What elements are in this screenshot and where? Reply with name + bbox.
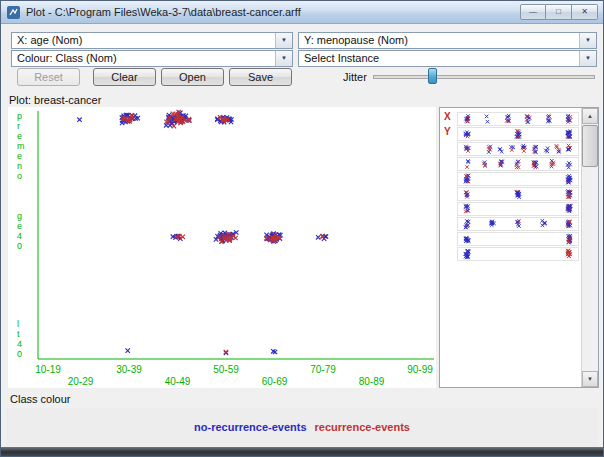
jitter-slider-track[interactable] (373, 75, 595, 79)
y-attribute-select[interactable]: Y: menopause (Nom) ▼ (298, 32, 597, 49)
attribute-strip-row (440, 247, 580, 259)
class-colour-label: Class colour (10, 393, 71, 405)
y-axis-label-char: e (17, 151, 22, 161)
attribute-strip[interactable] (457, 187, 579, 201)
jitter-slider-thumb[interactable] (428, 68, 437, 84)
x-tick-label: 20-29 (68, 376, 94, 387)
scroll-up-button[interactable]: ▲ (582, 108, 598, 124)
x-attribute-select[interactable]: X: age (Nom) ▼ (11, 32, 293, 49)
clear-button[interactable]: Clear (93, 68, 156, 86)
scatter-mark (320, 234, 324, 238)
strip-mark (567, 161, 571, 165)
y-axis-label-char: e (17, 221, 22, 231)
select-instance-value: Select Instance (304, 52, 379, 64)
strip-mark (486, 120, 490, 124)
x-tick-label: 40-49 (165, 376, 191, 387)
scatter-plot-panel[interactable]: 10-1920-2930-3940-4950-5960-6970-7980-89… (8, 107, 436, 388)
scroll-down-icon: ▼ (587, 376, 593, 382)
chevron-down-icon[interactable]: ▼ (579, 33, 596, 48)
x-axis-strip-marker: X (444, 111, 451, 122)
window-bottom-frame (1, 447, 603, 456)
attribute-strip[interactable] (457, 217, 579, 231)
attribute-strip-row (440, 157, 580, 169)
scatter-mark (126, 348, 130, 352)
chevron-down-icon[interactable]: ▼ (275, 33, 292, 48)
strip-mark (483, 161, 487, 165)
attribute-strip[interactable] (457, 172, 579, 186)
attribute-strip-row (440, 232, 580, 244)
attribute-strip[interactable] (457, 112, 579, 126)
close-icon: ✕ (581, 7, 588, 16)
close-button[interactable]: ✕ (572, 4, 598, 20)
attribute-strip-row: X (440, 112, 580, 124)
attribute-strip-row: Y (440, 127, 580, 139)
y-axis-label-char: g (17, 211, 22, 221)
y-axis-label-char: 4 (17, 339, 22, 349)
y-axis-label-char: p (17, 111, 22, 121)
attribute-strip[interactable] (457, 127, 579, 141)
scroll-down-button[interactable]: ▼ (582, 371, 598, 387)
y-attribute-value: Y: menopause (Nom) (304, 34, 408, 46)
select-instance-select[interactable]: Select Instance ▼ (298, 50, 597, 67)
maximize-icon: □ (556, 7, 561, 16)
y-axis-label-char: t (17, 329, 20, 339)
y-axis-label-char: 0 (17, 241, 22, 251)
y-axis-label-char: r (17, 121, 20, 131)
attribute-strip-row (440, 217, 580, 229)
attribute-panel-scrollbar[interactable]: ▲ ▼ (581, 108, 598, 387)
y-axis-label-char: 4 (17, 231, 22, 241)
scatter-mark (316, 235, 320, 239)
maximize-button[interactable]: □ (546, 4, 572, 20)
open-button[interactable]: Open (161, 68, 224, 86)
jitter-slider[interactable] (373, 68, 595, 84)
strip-mark (544, 149, 548, 153)
y-axis-label-char: 0 (17, 349, 22, 359)
attribute-strip-row (440, 202, 580, 214)
x-tick-label: 30-39 (116, 364, 142, 375)
attribute-strip[interactable] (457, 142, 579, 156)
window-title: Plot - C:\Program Files\Weka-3-7\data\br… (26, 6, 301, 18)
y-axis-strip-marker: Y (444, 126, 451, 137)
chevron-down-icon[interactable]: ▼ (275, 51, 292, 66)
attribute-panel: XY ▲ ▼ (439, 107, 599, 388)
y-axis-label-char: o (17, 171, 22, 181)
attribute-strip[interactable] (457, 157, 579, 171)
window-controls: — □ ✕ (520, 4, 598, 20)
x-tick-label: 10-19 (35, 364, 61, 375)
y-axis-label-char: e (17, 131, 22, 141)
attribute-strip[interactable] (457, 247, 579, 261)
y-axis-label-char: l (17, 319, 19, 329)
colour-attribute-value: Colour: Class (Nom) (17, 52, 117, 64)
legend-class-1[interactable]: recurrence-events (315, 421, 410, 433)
strip-mark (485, 115, 489, 119)
attribute-strip-row (440, 187, 580, 199)
minimize-icon: — (529, 7, 537, 16)
x-tick-label: 80-89 (359, 376, 385, 387)
attribute-strip-row (440, 172, 580, 184)
plot-title: Plot: breast-cancer (9, 94, 101, 106)
minimize-button[interactable]: — (520, 4, 546, 20)
save-button[interactable]: Save (229, 68, 292, 86)
scrollbar-thumb[interactable] (582, 125, 598, 167)
x-tick-label: 50-59 (213, 364, 239, 375)
chevron-down-icon[interactable]: ▼ (579, 51, 596, 66)
window-content: X: age (Nom) ▼ Y: menopause (Nom) ▼ Colo… (2, 24, 602, 447)
attribute-strip-row (440, 142, 580, 154)
x-attribute-value: X: age (Nom) (17, 34, 82, 46)
scatter-plot[interactable]: 10-1920-2930-3940-4950-5960-6970-7980-89… (8, 107, 436, 388)
scroll-up-icon: ▲ (587, 113, 593, 119)
reset-button[interactable]: Reset (17, 68, 80, 86)
title-bar[interactable]: Plot - C:\Program Files\Weka-3-7\data\br… (1, 1, 603, 24)
colour-attribute-select[interactable]: Colour: Class (Nom) ▼ (11, 50, 293, 67)
legend-class-0[interactable]: no-recurrence-events (194, 421, 307, 433)
x-tick-label: 70-79 (310, 364, 336, 375)
y-axis-label-char: m (17, 141, 25, 151)
plot-window: Plot - C:\Program Files\Weka-3-7\data\br… (0, 0, 604, 457)
x-tick-label: 90-99 (407, 364, 433, 375)
y-axis-label-char: n (17, 161, 22, 171)
class-colour-legend: no-recurrence-events recurrence-events (6, 408, 598, 446)
attribute-strip[interactable] (457, 232, 579, 246)
attribute-strips-list: XY (440, 108, 581, 387)
attribute-strip[interactable] (457, 202, 579, 216)
jitter-label: Jitter (343, 71, 367, 83)
